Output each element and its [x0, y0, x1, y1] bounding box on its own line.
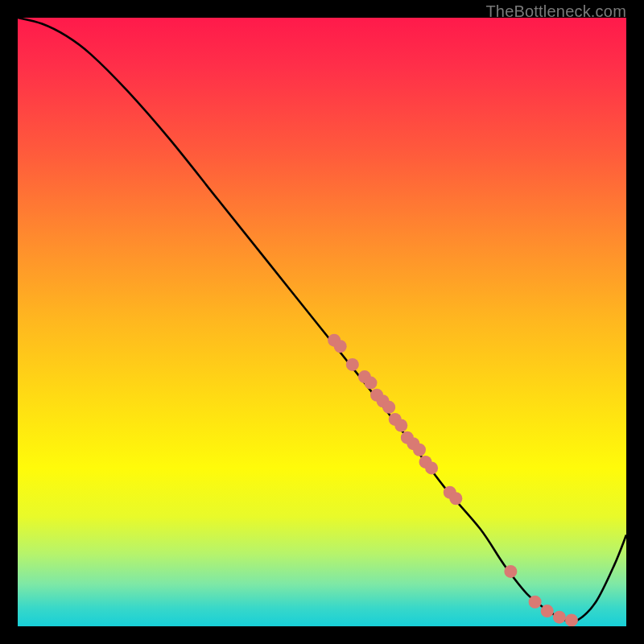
scatter-dot	[541, 605, 554, 617]
scatter-dot	[334, 340, 347, 353]
scatter-dot	[504, 565, 517, 578]
scatter-dot	[565, 613, 578, 626]
scatter-dot	[449, 492, 462, 505]
scatter-dot	[346, 358, 359, 371]
bottleneck-curve	[18, 18, 626, 621]
chart-plot-area	[18, 18, 626, 626]
scatter-dot	[382, 401, 395, 414]
chart-stage: TheBottleneck.com	[0, 0, 644, 644]
scatter-dot	[529, 596, 542, 609]
scatter-dot	[425, 461, 438, 474]
bottleneck-curve-path	[18, 18, 626, 621]
scatter-dots	[328, 334, 578, 626]
scatter-dot	[553, 611, 566, 624]
scatter-dot	[394, 419, 407, 432]
chart-svg-overlay	[18, 18, 626, 626]
scatter-dot	[364, 377, 377, 390]
scatter-dot	[413, 444, 426, 456]
